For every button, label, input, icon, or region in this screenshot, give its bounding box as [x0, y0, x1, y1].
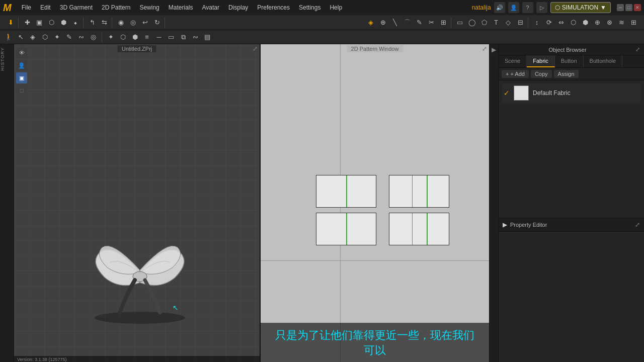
arrow-right-icon[interactable]: ▷	[536, 2, 547, 13]
2d-rect-btn[interactable]: ▭	[454, 17, 465, 28]
2d-poly-btn[interactable]: ⬠	[478, 17, 490, 28]
shape-btn[interactable]: ⬡	[39, 32, 50, 43]
menu-sewing[interactable]: Sewing	[135, 2, 163, 13]
menu-preferences[interactable]: Preferences	[253, 2, 294, 13]
2d-measure-btn[interactable]: ⊞	[438, 17, 449, 28]
menu-edit[interactable]: Edit	[36, 2, 55, 13]
arrange-btn[interactable]: ⬥	[70, 17, 81, 28]
add-fabric-button[interactable]: + + Add	[502, 70, 529, 78]
viewport-3d[interactable]: 👁 👤 ▣ □ Untitled.ZPrj ⤢	[14, 44, 261, 362]
username-label: natalija	[472, 4, 491, 11]
redo-btn[interactable]: ↻	[151, 17, 163, 28]
menu-2d-pattern[interactable]: 2D Pattern	[98, 2, 134, 13]
2d-flip-btn[interactable]: ⇔	[555, 17, 567, 28]
camera-wireframe-icon[interactable]: ▣	[16, 72, 27, 83]
menu-avatar[interactable]: Avatar	[198, 2, 223, 13]
speaker-icon[interactable]: 🔊	[494, 2, 505, 13]
edit-btn[interactable]: ◈	[27, 32, 38, 43]
collapse-arrow-icon[interactable]: ▶	[492, 46, 496, 53]
2d-line-btn[interactable]: ╲	[389, 17, 400, 28]
line2-btn[interactable]: ≡	[141, 32, 152, 43]
pattern-piece-2[interactable]	[389, 175, 449, 208]
import-btn[interactable]: ⬇	[5, 17, 16, 28]
sew3-btn[interactable]: ✦	[105, 32, 116, 43]
menu-file[interactable]: File	[18, 2, 35, 13]
select-btn[interactable]: ✚	[22, 17, 33, 28]
group-btn[interactable]: ⧉	[178, 32, 189, 43]
notch-btn[interactable]: ▤	[202, 32, 213, 43]
pattern-piece-3[interactable]	[316, 213, 376, 245]
copy-fabric-button[interactable]: Copy	[531, 70, 552, 78]
pin-btn[interactable]: ◎	[88, 32, 99, 43]
viewport-title: Untitled.ZPrj	[118, 45, 156, 52]
assign-fabric-button[interactable]: Assign	[554, 70, 579, 78]
rect-select-btn[interactable]: ▣	[34, 17, 45, 28]
sew-btn[interactable]: ↰	[87, 17, 98, 28]
undo-btn[interactable]: ↩	[139, 17, 150, 28]
dash-btn[interactable]: ─	[153, 32, 165, 43]
property-editor-expand-icon[interactable]: ⤢	[635, 221, 640, 228]
viewport-2d[interactable]: 2D Pattern Window ⤢ 只是为了让他们靠得更近一些，现在我们可以	[261, 44, 489, 362]
wave-btn[interactable]: ∾	[190, 32, 201, 43]
minimize-button[interactable]: ─	[617, 4, 624, 11]
2d-grade-btn[interactable]: ⬡	[568, 17, 579, 28]
close-button[interactable]: ✕	[634, 4, 641, 11]
rect2-btn[interactable]: ▭	[166, 32, 177, 43]
viewport-expand-icon[interactable]: ⤢	[253, 45, 258, 52]
tab-scene[interactable]: Scene	[499, 55, 527, 67]
move-btn[interactable]: ⬢	[58, 17, 69, 28]
restore-button[interactable]: □	[625, 4, 632, 11]
camera-shaded-icon[interactable]: □	[16, 85, 27, 96]
seam2-btn[interactable]: ⬡	[117, 32, 128, 43]
sew2-btn[interactable]: ⇆	[99, 17, 110, 28]
fabric-name: Default Fabric	[533, 89, 571, 97]
2d-circle-btn[interactable]: ◯	[466, 17, 477, 28]
2d-text-btn[interactable]: T	[491, 17, 502, 28]
2d-point-btn[interactable]: ⊕	[377, 17, 388, 28]
2d-tool3-btn[interactable]: ⊕	[592, 17, 603, 28]
2d-grp-btn[interactable]: ⬢	[580, 17, 591, 28]
2d-stitch-btn[interactable]: ≋	[616, 17, 627, 28]
prop-arrow-icon[interactable]: ▶	[503, 221, 507, 228]
tab-buttonhole[interactable]: Buttonhole	[584, 55, 623, 67]
2d-curve-btn[interactable]: ⌒	[401, 17, 413, 28]
fabric-item-default[interactable]: ✓ Default Fabric	[502, 83, 641, 103]
pattern-piece-4[interactable]	[389, 213, 449, 245]
2d-move-btn[interactable]: ↕	[531, 17, 542, 28]
camera-front-icon[interactable]: 👤	[16, 60, 27, 71]
2d-select-btn[interactable]: ◈	[365, 17, 376, 28]
2d-sym-btn[interactable]: ⊟	[515, 17, 526, 28]
menu-3d-garment[interactable]: 3D Garment	[56, 2, 97, 13]
collapse-panel: ▶	[489, 44, 498, 362]
user-icon[interactable]: 👤	[508, 2, 519, 13]
2d-rotate-btn[interactable]: ⟳	[543, 17, 554, 28]
property-editor-title: Property Editor	[510, 222, 632, 228]
2d-pen-btn[interactable]: ✎	[414, 17, 425, 28]
2d-dart-btn[interactable]: ◇	[503, 17, 514, 28]
camera-perspective-icon[interactable]: 👁	[16, 47, 27, 58]
tab-button[interactable]: Button	[555, 55, 584, 67]
sim-pin2-btn[interactable]: ◎	[127, 17, 138, 28]
simulation-button[interactable]: ⬡ SIMULATION ▼	[550, 2, 611, 13]
pen2-btn[interactable]: ✦	[51, 32, 62, 43]
walk-btn[interactable]: 🚶	[3, 32, 14, 43]
seam3-btn[interactable]: ⬢	[129, 32, 140, 43]
curve2-btn[interactable]: ∾	[75, 32, 87, 43]
menu-materials[interactable]: Materials	[165, 2, 197, 13]
menu-display[interactable]: Display	[224, 2, 252, 13]
object-browser-expand-icon[interactable]: ⤢	[635, 46, 640, 53]
transform-btn[interactable]: ⬡	[46, 17, 57, 28]
sim-pin-btn[interactable]: ◉	[115, 17, 126, 28]
2d-tool4-btn[interactable]: ⊗	[604, 17, 615, 28]
pattern-expand-icon[interactable]: ⤢	[482, 45, 487, 52]
tab-fabric[interactable]: Fabric	[527, 55, 555, 67]
help-circle-icon[interactable]: ?	[522, 2, 533, 13]
2d-scissor-btn[interactable]: ✂	[426, 17, 437, 28]
draw-btn[interactable]: ✎	[63, 32, 74, 43]
caption-text: 只是为了让他们靠得更近一些，现在我们可以	[275, 329, 474, 356]
menu-settings[interactable]: Settings	[295, 2, 325, 13]
pattern-piece-1[interactable]	[316, 175, 376, 208]
2d-seam-btn[interactable]: ⊞	[628, 17, 639, 28]
menu-help[interactable]: Help	[326, 2, 346, 13]
select2-btn[interactable]: ↖	[15, 32, 26, 43]
